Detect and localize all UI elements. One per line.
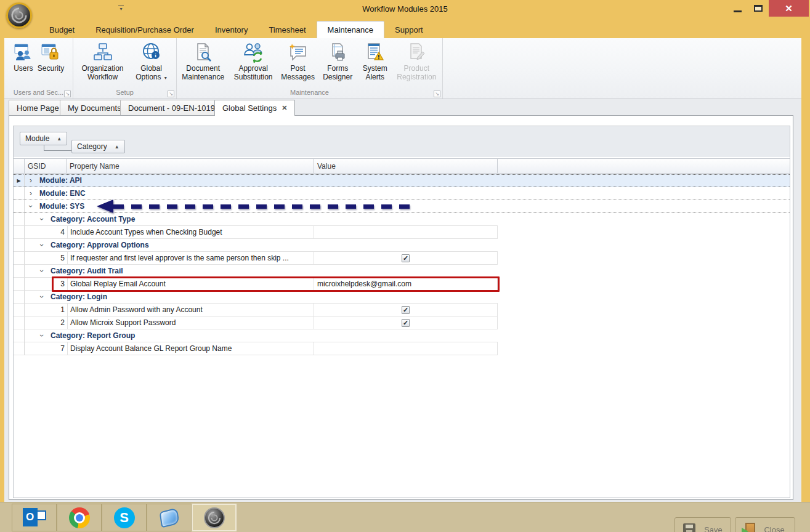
- row-indicator: ▶: [14, 174, 25, 187]
- collapse-icon[interactable]: ›: [38, 218, 46, 220]
- checkbox-checked-icon[interactable]: ✓: [402, 306, 410, 314]
- dropdown-arrow-icon: ▾: [164, 75, 167, 81]
- grid-row-property[interactable]: 4Include Account Types when Checking Bud…: [14, 226, 790, 239]
- doc-tab-document-09-en-1019[interactable]: Document - 09-EN-1019: [120, 100, 223, 115]
- document-maintenance-button[interactable]: Document Maintenance: [178, 39, 228, 81]
- doc-tab-my-documents[interactable]: My Documents: [60, 100, 129, 115]
- ribbon-tab-budget[interactable]: Budget: [39, 21, 85, 38]
- dialog-launcher-icon[interactable]: ↘: [168, 91, 174, 97]
- ribbon-tab-support[interactable]: Support: [384, 21, 434, 38]
- skype-icon: S: [114, 507, 135, 528]
- grid-row-category[interactable]: ›Category: Approval Options: [14, 239, 790, 252]
- collapse-icon[interactable]: ›: [38, 296, 46, 298]
- taskbar-blue-glass-app-button[interactable]: [147, 504, 192, 531]
- row-indicator: [14, 213, 25, 226]
- expand-icon[interactable]: ›: [30, 176, 32, 185]
- grid-row-property[interactable]: 2Allow Microix Support Password✓: [14, 316, 790, 329]
- value-cell[interactable]: ✓: [314, 304, 498, 316]
- ribbon-group-label: Users and Sec...: [4, 88, 73, 98]
- value-cell[interactable]: ✓: [314, 252, 498, 265]
- grid-row-category[interactable]: ›Category: Audit Trail: [14, 265, 790, 278]
- group-row-label: Category: Audit Trail: [51, 265, 123, 278]
- header-property-name[interactable]: Property Name: [67, 159, 314, 174]
- row-indicator: [14, 187, 25, 200]
- global-options-button[interactable]: i Global Options ▾: [129, 39, 174, 83]
- annotation-arrow-dashes: [113, 204, 411, 209]
- users-button[interactable]: Users: [11, 39, 36, 73]
- dialog-launcher-icon[interactable]: ↘: [434, 91, 440, 97]
- grid-row-property[interactable]: 7Display Account Balance GL Report Group…: [14, 342, 790, 355]
- microix-icon: [204, 507, 225, 528]
- close-icon: ✕: [785, 3, 793, 14]
- ribbon-group-label: Maintenance: [177, 88, 442, 98]
- grid-row-category[interactable]: ›Category: Login: [14, 291, 790, 304]
- sort-asc-icon[interactable]: ▲: [57, 136, 62, 142]
- ribbon-group-maintenance: Document Maintenance Approval Substituti…: [177, 38, 443, 99]
- organization-workflow-button[interactable]: Organization Workflow: [76, 39, 129, 81]
- row-indicator: [14, 304, 25, 316]
- group-row-label: Module: ENC: [39, 187, 86, 200]
- collapse-icon[interactable]: ›: [38, 244, 46, 246]
- taskbar-microix-button[interactable]: [192, 504, 237, 531]
- group-row-label: Module: API: [39, 174, 82, 187]
- security-button[interactable]: Security: [36, 39, 66, 73]
- close-button[interactable]: ✕: [769, 0, 809, 17]
- grid-row-category[interactable]: ›Category: Report Group: [14, 329, 790, 342]
- grid-row-property[interactable]: 3Global Replay Email Accountmicroixhelpd…: [14, 278, 790, 291]
- taskbar-skype-button[interactable]: S: [102, 504, 147, 531]
- collapse-icon[interactable]: ›: [38, 334, 46, 337]
- grid-row-module[interactable]: ›Module: SYS: [14, 200, 790, 213]
- grid-row-module[interactable]: ▶›Module: API: [14, 174, 790, 187]
- app-logo-icon[interactable]: [6, 2, 32, 28]
- checkbox-checked-icon[interactable]: ✓: [402, 254, 410, 262]
- post-messages-button[interactable]: Post Messages: [278, 39, 318, 81]
- header-gsid[interactable]: GSID: [25, 159, 67, 174]
- row-indicator: [14, 278, 25, 291]
- value-cell[interactable]: [314, 226, 498, 239]
- collapse-icon[interactable]: ›: [26, 205, 35, 208]
- global-settings-panel: Module ▲ Category ▲ GSID Property Name V…: [9, 115, 793, 500]
- group-by-category[interactable]: Category ▲: [71, 140, 125, 153]
- header-value[interactable]: Value: [314, 159, 498, 174]
- doc-tab-home-page[interactable]: Home Page: [9, 100, 67, 115]
- row-indicator: [14, 200, 25, 213]
- minimize-icon: [734, 10, 742, 12]
- grid-row-property[interactable]: 1Allow Admin Password with any Account✓: [14, 304, 790, 316]
- taskbar-outlook-button[interactable]: O: [12, 504, 57, 531]
- checkbox-checked-icon[interactable]: ✓: [402, 319, 410, 327]
- minimize-button[interactable]: [727, 0, 748, 17]
- property-name-cell: Include Account Types when Checking Budg…: [68, 226, 314, 239]
- taskbar-chrome-button[interactable]: [57, 504, 102, 531]
- doc-tab-global-settings[interactable]: Global Settings ✕: [214, 100, 295, 116]
- close-form-button[interactable]: Close: [735, 517, 795, 532]
- sort-asc-icon[interactable]: ▲: [115, 144, 119, 150]
- dialog-launcher-icon[interactable]: ↘: [64, 91, 71, 97]
- group-row-label: Category: Approval Options: [51, 239, 149, 252]
- system-alerts-button[interactable]: System Alerts: [358, 39, 392, 81]
- ribbon-tab-requisition-purchase-order[interactable]: Requisition/Purchase Order: [85, 21, 205, 38]
- forms-designer-button[interactable]: Forms Designer: [317, 39, 358, 81]
- approval-substitution-button[interactable]: Approval Substitution: [228, 39, 278, 81]
- ribbon-tab-timesheet[interactable]: Timesheet: [258, 21, 316, 38]
- tab-close-icon[interactable]: ✕: [281, 104, 287, 112]
- value-cell[interactable]: ✓: [314, 316, 498, 329]
- value-cell[interactable]: [314, 342, 498, 355]
- grid-row-module[interactable]: ›Module: ENC: [14, 187, 790, 200]
- forms-designer-icon: [327, 42, 348, 63]
- row-indicator: [14, 342, 25, 355]
- maximize-button[interactable]: [748, 0, 769, 17]
- collapse-icon[interactable]: ›: [38, 270, 46, 272]
- value-cell[interactable]: microixhelpdesk@gmail.com: [314, 278, 498, 291]
- ribbon-tab-inventory[interactable]: Inventory: [205, 21, 258, 38]
- ribbon-tab-maintenance[interactable]: Maintenance: [317, 21, 384, 38]
- group-by-module[interactable]: Module ▲: [20, 132, 67, 145]
- settings-grid: Module ▲ Category ▲ GSID Property Name V…: [13, 126, 790, 498]
- grid-row-property[interactable]: 5If requester and first level approver i…: [14, 252, 790, 265]
- group-connector: [44, 150, 71, 151]
- grid-row-category[interactable]: ›Category: Account Type: [14, 213, 790, 226]
- save-button[interactable]: Save: [674, 517, 731, 532]
- door-exit-icon: [745, 523, 755, 532]
- group-by-panel[interactable]: Module ▲ Category ▲: [14, 126, 790, 157]
- expand-icon[interactable]: ›: [30, 189, 32, 198]
- gsid-cell: 1: [51, 304, 68, 316]
